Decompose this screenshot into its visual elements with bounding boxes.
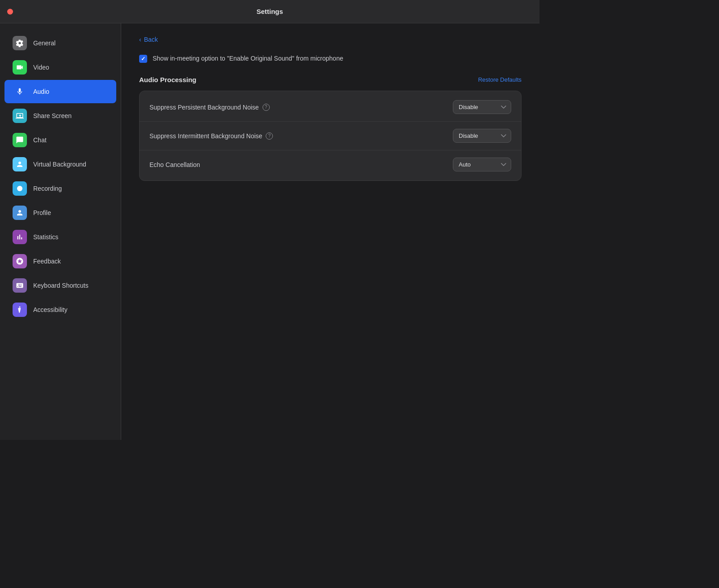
back-label: Back xyxy=(144,36,158,43)
section-title: Audio Processing xyxy=(139,76,197,83)
sidebar-item-feedback[interactable]: Feedback xyxy=(4,250,116,273)
original-sound-row: Show in-meeting option to "Enable Origin… xyxy=(139,54,522,63)
app-body: General Video Audio Share Screen Chat xyxy=(0,23,539,440)
virtual-background-icon xyxy=(13,157,27,171)
processing-label-1: Suppress Intermittent Background Noise ? xyxy=(149,132,273,140)
sidebar-label-recording: Recording xyxy=(33,185,62,192)
sidebar-label-audio: Audio xyxy=(33,88,49,95)
sidebar-label-profile: Profile xyxy=(33,209,51,216)
back-chevron-icon: ‹ xyxy=(139,36,141,43)
help-icon-1[interactable]: ? xyxy=(266,132,273,140)
sidebar-item-accessibility[interactable]: Accessibility xyxy=(4,298,116,321)
keyboard-shortcuts-icon xyxy=(13,278,27,293)
original-sound-checkbox[interactable] xyxy=(139,55,147,63)
sidebar-item-general[interactable]: General xyxy=(4,31,116,55)
sidebar-label-share-screen: Share Screen xyxy=(33,112,72,119)
processing-card: Suppress Persistent Background Noise ? A… xyxy=(139,91,522,181)
sidebar-item-recording[interactable]: Recording xyxy=(4,177,116,200)
share-screen-icon xyxy=(13,109,27,123)
feedback-icon xyxy=(13,254,27,268)
titlebar: Settings xyxy=(0,0,539,23)
processing-dropdown-1[interactable]: AutoDisableLowMediumHigh xyxy=(453,129,511,143)
processing-label-0: Suppress Persistent Background Noise ? xyxy=(149,104,270,111)
help-icon-0[interactable]: ? xyxy=(263,104,270,111)
restore-defaults-button[interactable]: Restore Defaults xyxy=(478,76,522,83)
sidebar-label-virtual-background: Virtual Background xyxy=(33,161,86,168)
original-sound-label: Show in-meeting option to "Enable Origin… xyxy=(153,54,343,63)
general-icon xyxy=(13,36,27,50)
sidebar-item-video[interactable]: Video xyxy=(4,56,116,79)
window-title: Settings xyxy=(256,8,283,15)
audio-processing-section: Audio Processing Restore Defaults Suppre… xyxy=(139,76,522,181)
video-icon xyxy=(13,60,27,75)
sidebar-label-general: General xyxy=(33,39,56,47)
sidebar-item-chat[interactable]: Chat xyxy=(4,128,116,152)
sidebar-label-video: Video xyxy=(33,64,49,71)
sidebar-item-audio[interactable]: Audio xyxy=(4,80,116,103)
close-button[interactable] xyxy=(7,9,13,14)
processing-dropdown-2[interactable]: AutoDisable xyxy=(453,158,511,171)
back-button[interactable]: ‹ Back xyxy=(139,36,158,43)
sidebar-item-share-screen[interactable]: Share Screen xyxy=(4,104,116,127)
recording-icon xyxy=(13,181,27,196)
processing-label-2: Echo Cancellation xyxy=(149,161,200,168)
sidebar-item-keyboard-shortcuts[interactable]: Keyboard Shortcuts xyxy=(4,274,116,297)
processing-row-2: Echo Cancellation AutoDisable xyxy=(140,150,521,179)
audio-icon xyxy=(13,84,27,99)
accessibility-icon xyxy=(13,303,27,317)
sidebar-item-profile[interactable]: Profile xyxy=(4,201,116,224)
statistics-icon xyxy=(13,230,27,244)
sidebar-item-virtual-background[interactable]: Virtual Background xyxy=(4,153,116,176)
sidebar: General Video Audio Share Screen Chat xyxy=(0,23,121,440)
main-content: ‹ Back Show in-meeting option to "Enable… xyxy=(121,23,539,440)
sidebar-label-feedback: Feedback xyxy=(33,258,61,265)
processing-row-1: Suppress Intermittent Background Noise ?… xyxy=(140,121,521,150)
svg-point-0 xyxy=(17,186,22,191)
profile-icon xyxy=(13,206,27,220)
sidebar-item-statistics[interactable]: Statistics xyxy=(4,225,116,249)
processing-dropdown-0[interactable]: AutoDisableLowMediumHigh xyxy=(453,100,511,114)
processing-row-0: Suppress Persistent Background Noise ? A… xyxy=(140,93,521,121)
sidebar-label-chat: Chat xyxy=(33,136,47,144)
sidebar-label-statistics: Statistics xyxy=(33,233,58,241)
section-header: Audio Processing Restore Defaults xyxy=(139,76,522,83)
sidebar-label-keyboard-shortcuts: Keyboard Shortcuts xyxy=(33,282,88,289)
sidebar-label-accessibility: Accessibility xyxy=(33,306,67,313)
chat-icon xyxy=(13,133,27,147)
